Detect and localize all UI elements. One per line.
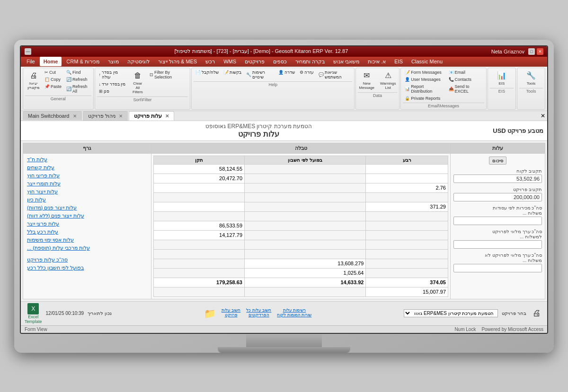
filter-by-selection-btn[interactable]: ⊡ Filter By Selection [148, 69, 188, 80]
contacts-btn[interactable]: 📞 Contacts [447, 76, 484, 83]
menu-control[interactable]: בקרה ותמחיר [292, 57, 328, 67]
graph-link-total[interactable]: סה"כ עלות פרויקט [27, 257, 68, 263]
cut-btn[interactable]: ✂ Cut [43, 69, 63, 76]
graph-link-6[interactable]: עלות כיון [27, 197, 46, 203]
eis-btn[interactable]: 📊 EIS [494, 69, 509, 87]
middle-table: רבע בפועל לפי חשבון תקן 58,124.55 20,472… [153, 156, 448, 297]
customer-budget-input[interactable] [453, 174, 542, 183]
row5-col3 [154, 202, 245, 211]
report-distribution-btn[interactable]: 📊 Report Distribution [403, 83, 445, 95]
minimize-btn[interactable]: — [25, 48, 31, 55]
menu-eis[interactable]: EIS [390, 57, 407, 66]
warnings-btn[interactable]: ⚠ WarningsList [378, 69, 399, 91]
menu-classic[interactable]: Classic Menu [408, 57, 446, 66]
menu-finance[interactable]: כספים [269, 57, 291, 67]
sort-desc-btn[interactable]: ↓ מין בסדר יורד [97, 81, 128, 87]
field-customer-budget: תקציב לקוח [453, 168, 542, 183]
menu-crm[interactable]: CRM & מכירות [62, 57, 103, 67]
send-excel-btn[interactable]: 📤 Send to EXCEL [447, 83, 484, 95]
graph-link-11[interactable]: עלות אסוי ימוי משימות [27, 237, 74, 243]
find-btn[interactable]: 🔍 Find [64, 69, 91, 76]
copy-btn[interactable]: 📋 Copy [43, 76, 63, 83]
printer-btn[interactable]: 🖨 [530, 308, 543, 319]
clear-all-filters-btn[interactable]: 🗑 Clear All Filters [129, 69, 147, 96]
menu-file[interactable]: File [23, 57, 39, 66]
tab-project-management[interactable]: ניהול פרויקט ✕ [83, 111, 128, 121]
close-btn[interactable]: ✕ [537, 48, 543, 55]
row1-col3: 58,124.55 [154, 164, 245, 174]
tab-project-cost[interactable]: עלות פרויקט ✕ [129, 111, 174, 121]
close-all-tabs-btn[interactable]: ✕ [541, 113, 545, 119]
graph-link-5[interactable]: עלות ייצור חוץ [27, 189, 58, 195]
project-budget-input[interactable] [453, 193, 542, 201]
menu-product[interactable]: מוצר [104, 57, 123, 67]
send-receive-btn[interactable]: 📄 שלח/קבל [194, 69, 221, 76]
ribbon-print-btn[interactable]: 🖨 יציאהמקטרון [25, 69, 42, 91]
menu-purchase[interactable]: רכש [202, 57, 219, 67]
row11-col1 [366, 259, 448, 268]
project-dropdown[interactable]: הטמעת מערכת קיטרון ERP&MES גאוו [404, 309, 498, 317]
requests-btn[interactable]: 📝 בקשות [222, 69, 243, 76]
tab-main-switchboard[interactable]: Main Switchboard ✕ [23, 111, 82, 120]
changes-btn[interactable]: 🔧 רשימות שינויים [244, 69, 275, 80]
maximize-btn[interactable]: □ [528, 48, 535, 55]
row6-col3 [154, 211, 245, 221]
summary-btn-container: סיכום [453, 157, 542, 165]
table-row: 13,608.279 [154, 259, 448, 268]
refresh-all-btn[interactable]: 🔄 Refresh All [64, 83, 91, 95]
excel-template-btn[interactable]: X ExcelTemplate [25, 303, 42, 324]
inventory-no-ship-input[interactable] [453, 264, 542, 272]
graph-link-2[interactable]: עלות קשחים [27, 165, 54, 171]
tab-pm-close-icon[interactable]: ✕ [119, 113, 123, 119]
graph-link-12[interactable]: עלות מרכבי עלות (תוספת) ... [27, 245, 90, 251]
graph-link-8[interactable]: עלות ייצור פנים (ללא דוות) [27, 213, 84, 219]
menu-quality[interactable]: א. איכות [364, 57, 390, 67]
private-reports-btn[interactable]: 🔒 Private Reports [403, 95, 445, 102]
tab-main-close-icon[interactable]: ✕ [73, 113, 77, 119]
errors-btn[interactable]: 💬 שגיאות המשתמש [317, 69, 352, 80]
graph-row-11: עלות אסוי ימוי משימות [27, 237, 147, 243]
bottom-status: Form View Num Lock Powered by Microsoft … [21, 325, 547, 333]
menu-mes[interactable]: ניהול ייצור & MES [154, 57, 201, 67]
graph-link-7[interactable]: עלות ייצור פנים (מדוות) [27, 205, 77, 211]
tab-pc-close-icon[interactable]: ✕ [165, 113, 169, 119]
form-messages-btn[interactable]: 📝 Form Messages [403, 69, 445, 76]
graph-link-actual[interactable]: בפועל לפי חשבון כלל רכע [27, 265, 84, 271]
calc-project-link[interactable]: חשוב עלותפרויקט [222, 308, 241, 319]
window-controls[interactable]: — [25, 48, 31, 55]
print-icon: 🖨 [28, 70, 39, 81]
paste-btn[interactable]: 📌 Paste [43, 83, 63, 90]
sort-asc-btn[interactable]: ↑ מין בסדר עולה [97, 69, 128, 80]
col-header-actual: בפועל לפי חשבון [245, 156, 366, 164]
menu-hr[interactable]: משאבי אנוש [329, 57, 363, 67]
help-btn[interactable]: ⚙ עזרה [298, 69, 316, 76]
filter-btn[interactable]: ⊞ סנן [97, 88, 128, 95]
graph-link-9[interactable]: עלות פרצי ייצר [27, 221, 59, 227]
menu-wms[interactable]: WMS [220, 57, 240, 66]
middle-section: טבלה רבע בפועל לפי חשבון תקן [151, 143, 450, 299]
graph-row-6: עלות כיון [27, 197, 147, 203]
graph-link-3[interactable]: עלות פריצי חוץ [27, 173, 60, 179]
graph-link-10[interactable]: עלות רכע בלל [27, 229, 58, 235]
sales-total-input[interactable] [453, 217, 542, 225]
menu-home[interactable]: Home [40, 57, 62, 66]
calc-all-link[interactable]: חשוב עלות כלהפרדיקטים [246, 308, 271, 319]
menu-logistics[interactable]: לוגיסטיקה [124, 57, 153, 67]
refresh-btn[interactable]: 🔄 Refresh [64, 76, 91, 83]
main-content: מטבע פרויקט USD הטמעת מערכת קיטרון ERP&M… [21, 121, 547, 325]
ribbon-data-buttons: ✉ NewMessage ⚠ WarningsList [357, 69, 399, 91]
left-section-content: סיכום תקציב לקוח תקציב פרויקט סה"כ מכירו… [451, 154, 545, 279]
tools-btn[interactable]: 🔧 Tools [524, 69, 539, 87]
summary-button[interactable]: סיכום [489, 157, 506, 165]
cost-list-link[interactable]: רשימות עלותשורות המומות לקוח [277, 308, 311, 319]
user-messages-btn[interactable]: 👤 User Messages [403, 76, 445, 83]
graph-link-1[interactable]: עלות ח"ד [27, 157, 47, 163]
inventory-value-input[interactable] [453, 240, 542, 249]
upgrade-btn[interactable]: 👤 שדרה [276, 69, 297, 76]
new-message-btn[interactable]: ✉ NewMessage [357, 69, 377, 91]
graph-link-4[interactable]: עלות תומרי ייצר [27, 181, 61, 187]
ribbon-email-col2: 📧 Email 📞 Contacts 📤 Send to EXCEL [447, 69, 484, 95]
select-project-label: בחר פרויקט [502, 311, 526, 316]
menu-projects[interactable]: פרויקטים [241, 57, 268, 67]
email-btn[interactable]: 📧 Email [447, 69, 484, 76]
